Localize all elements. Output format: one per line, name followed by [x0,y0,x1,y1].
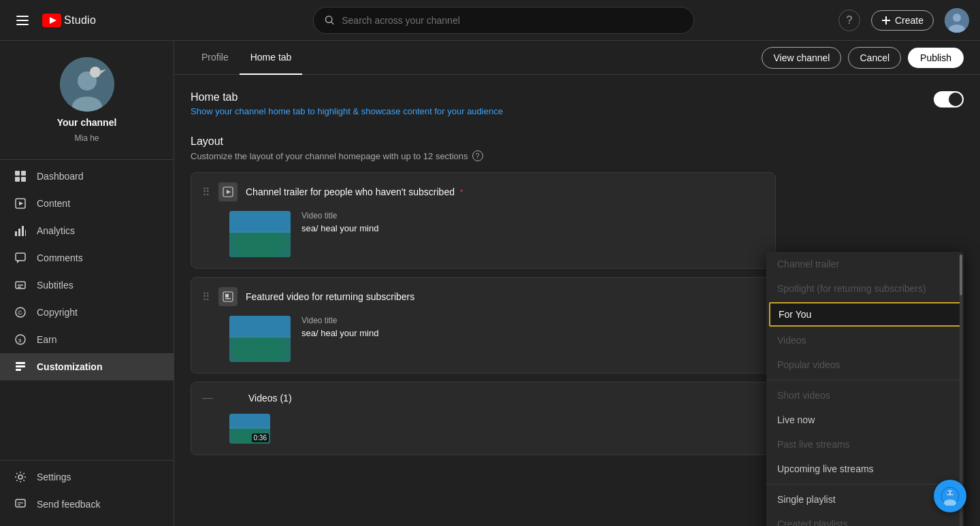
svg-rect-16 [15,177,20,182]
earn-icon: $ [14,333,27,346]
svg-rect-33 [16,362,25,364]
channel-info: Your channel Mia he [0,49,174,157]
layout-desc: Customize the layout of your channel hom… [191,150,964,161]
video-thumb-2 [229,316,291,362]
channel-avatar[interactable] [60,57,114,112]
video-info-1: Video title sea/ heal your mind [301,211,378,257]
tab-profile[interactable]: Profile [191,41,240,75]
page-body: Home tab Show your channel home tab to h… [174,75,980,526]
search-input[interactable] [342,15,683,26]
help-bot-icon [941,487,960,506]
toggle-knob [949,93,962,106]
layout-title: Layout [191,135,964,148]
sidebar-label-send-feedback: Send feedback [37,499,100,510]
sidebar-item-send-feedback[interactable]: Send feedback [0,491,174,518]
sidebar-label-settings: Settings [37,472,71,482]
publish-button[interactable]: Publish [908,48,964,68]
svg-rect-23 [25,230,26,236]
home-tab-title: Home tab [191,91,964,103]
sidebar-item-dashboard[interactable]: Dashboard [0,163,174,190]
video-thumbnail-2 [229,316,291,362]
sidebar-item-customization[interactable]: Customization [0,353,174,380]
svg-rect-20 [15,231,17,236]
section-type-icon-1 [218,182,238,201]
required-badge-1: * [460,188,463,197]
header: Studio ? Create [0,0,980,41]
sidebar-item-earn[interactable]: $ Earn [0,326,174,353]
menu-icon[interactable] [11,10,34,31]
dropdown-item-channel-trailer: Channel trailer [766,252,964,276]
body-layout: Your channel Mia he Dashboard [0,41,980,526]
sidebar: Your channel Mia he Dashboard [0,41,174,526]
search-icon [325,15,335,26]
svg-rect-47 [225,294,229,297]
help-icon[interactable]: ? [838,10,860,31]
svg-text:©: © [18,310,22,316]
customization-icon [14,360,27,374]
comments-icon [14,251,27,265]
drag-handle-icon-3[interactable]: — [202,392,213,404]
section-card-title-2: Featured video for returning subscribers [246,291,764,302]
main-content: Profile Home tab View channel Cancel Pub… [174,41,980,526]
video-thumbnail-1 [229,211,291,257]
sidebar-item-content[interactable]: Content [0,190,174,217]
logo[interactable]: Studio [42,14,96,27]
drag-handle-icon-2[interactable]: ⠿ [202,291,210,303]
cancel-button[interactable]: Cancel [848,47,901,69]
dropdown-scrollbar-thumb [960,254,962,295]
dropdown-divider-2 [766,484,964,484]
video-info-2: Video title sea/ heal your mind [301,316,378,362]
svg-rect-15 [21,171,26,176]
dropdown-item-upcoming-live-streams[interactable]: Upcoming live streams [766,457,964,481]
svg-marker-19 [19,201,23,206]
video-title-2: sea/ heal your mind [301,328,378,338]
analytics-icon [14,224,27,237]
view-channel-button[interactable]: View channel [762,47,841,69]
channel-avatar-image [60,57,114,112]
sidebar-divider-1 [0,159,174,160]
section-card-channel-trailer: ⠿ Channel trailer for people who haven't… [191,172,776,269]
svg-rect-24 [16,253,25,261]
home-tab-toggle-wrapper [934,91,964,108]
videos-section-header: — Videos (1) [191,382,775,414]
dropdown-overlay: Channel trailer Spotlight (for returning… [766,252,964,526]
avatar-image [945,8,969,33]
help-bot-button[interactable] [934,480,966,512]
section-card-header-1: ⠿ Channel trailer for people who haven't… [191,173,775,211]
avatar[interactable] [945,8,969,33]
dropdown-item-live-now[interactable]: Live now [766,408,964,432]
section-card-title-1: Channel trailer for people who haven't s… [246,186,764,197]
sidebar-item-subtitles[interactable]: Subtitles [0,272,174,299]
svg-rect-22 [22,226,24,236]
sidebar-label-subtitles: Subtitles [37,280,74,291]
svg-rect-48 [225,298,231,299]
drag-handle-icon-1[interactable]: ⠿ [202,186,210,199]
dropdown-item-for-you[interactable]: For You [769,302,961,327]
section-card-header-2: ⠿ Featured video for returning subscribe… [191,278,775,316]
dropdown-divider-1 [766,380,964,380]
tab-home-tab[interactable]: Home tab [240,41,303,75]
video-grid-thumb: 0:36 [229,414,270,444]
sidebar-label-dashboard: Dashboard [37,171,84,182]
sidebar-item-settings[interactable]: Settings [0,463,174,491]
channel-name: Your channel [57,117,117,128]
create-button[interactable]: Create [871,10,934,31]
copyright-icon: © [14,306,27,319]
sidebar-item-comments[interactable]: Comments [0,244,174,272]
svg-point-12 [90,67,101,78]
dropdown-item-popular-videos: Popular videos [766,352,964,377]
home-tab-desc: Show your channel home tab to highlight … [191,106,964,116]
dropdown-item-created-playlists: Created playlists [766,512,964,526]
section-card-videos: — Videos (1) [191,382,776,455]
search-bar [174,7,833,34]
svg-rect-14 [15,171,20,176]
videos-card-body: 0:36 [191,414,775,455]
layout-info-icon[interactable]: ? [472,150,483,161]
plus-icon [881,16,891,25]
sidebar-item-copyright[interactable]: © Copyright [0,299,174,326]
video-title-1: sea/ heal your mind [301,223,378,233]
sidebar-item-analytics[interactable]: Analytics [0,217,174,244]
sidebar-label-analytics: Analytics [37,225,75,236]
home-tab-toggle[interactable] [934,91,964,108]
subtitles-icon [14,278,27,292]
